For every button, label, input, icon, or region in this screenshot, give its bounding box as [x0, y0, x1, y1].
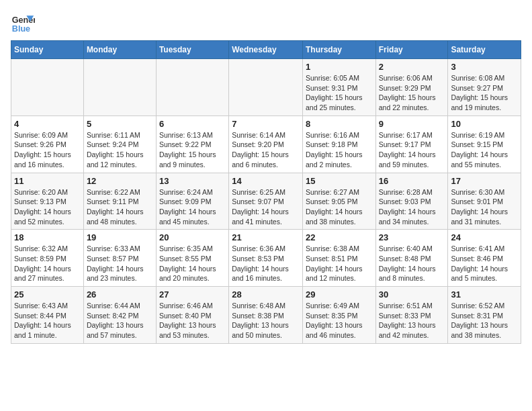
day-info: Sunrise: 6:41 AM Sunset: 8:46 PM Dayligh… — [451, 244, 518, 283]
day-number: 17 — [451, 176, 518, 186]
day-cell: 5Sunrise: 6:11 AM Sunset: 9:24 PM Daylig… — [83, 116, 156, 173]
header-cell-tuesday: Tuesday — [156, 41, 228, 59]
day-number: 8 — [306, 119, 373, 129]
day-cell: 18Sunrise: 6:32 AM Sunset: 8:59 PM Dayli… — [11, 230, 84, 287]
day-number: 21 — [232, 232, 300, 242]
day-number: 22 — [306, 232, 373, 242]
day-number: 12 — [87, 176, 153, 186]
day-cell: 3Sunrise: 6:08 AM Sunset: 9:27 PM Daylig… — [448, 59, 521, 116]
day-number: 31 — [451, 289, 518, 300]
calendar-body: 1Sunrise: 6:05 AM Sunset: 9:31 PM Daylig… — [11, 59, 521, 344]
logo: General Blue — [11, 11, 38, 35]
day-info: Sunrise: 6:28 AM Sunset: 9:03 PM Dayligh… — [379, 187, 445, 227]
day-cell: 19Sunrise: 6:33 AM Sunset: 8:57 PM Dayli… — [83, 230, 156, 287]
day-cell: 20Sunrise: 6:35 AM Sunset: 8:55 PM Dayli… — [156, 230, 228, 287]
page-header: General Blue — [11, 11, 521, 35]
day-cell: 6Sunrise: 6:13 AM Sunset: 9:22 PM Daylig… — [156, 116, 228, 173]
day-number: 16 — [379, 176, 445, 186]
day-number: 28 — [232, 289, 300, 300]
day-cell: 26Sunrise: 6:44 AM Sunset: 8:42 PM Dayli… — [83, 287, 156, 344]
day-number: 7 — [232, 119, 300, 129]
day-info: Sunrise: 6:36 AM Sunset: 8:53 PM Dayligh… — [232, 244, 300, 283]
header-cell-friday: Friday — [375, 41, 448, 59]
day-info: Sunrise: 6:38 AM Sunset: 8:51 PM Dayligh… — [306, 244, 373, 283]
day-cell: 31Sunrise: 6:52 AM Sunset: 8:31 PM Dayli… — [448, 287, 521, 344]
day-cell: 7Sunrise: 6:14 AM Sunset: 9:20 PM Daylig… — [229, 116, 303, 173]
day-info: Sunrise: 6:22 AM Sunset: 9:11 PM Dayligh… — [87, 187, 153, 227]
day-info: Sunrise: 6:16 AM Sunset: 9:18 PM Dayligh… — [306, 130, 373, 170]
day-cell: 25Sunrise: 6:43 AM Sunset: 8:44 PM Dayli… — [11, 287, 84, 344]
day-cell: 24Sunrise: 6:41 AM Sunset: 8:46 PM Dayli… — [448, 230, 521, 287]
day-info: Sunrise: 6:25 AM Sunset: 9:07 PM Dayligh… — [232, 187, 300, 227]
header-cell-sunday: Sunday — [11, 41, 84, 59]
day-number: 20 — [159, 232, 226, 242]
day-cell: 21Sunrise: 6:36 AM Sunset: 8:53 PM Dayli… — [229, 230, 303, 287]
day-number: 9 — [379, 119, 445, 129]
day-info: Sunrise: 6:05 AM Sunset: 9:31 PM Dayligh… — [306, 73, 373, 113]
day-cell: 13Sunrise: 6:24 AM Sunset: 9:09 PM Dayli… — [156, 173, 228, 230]
day-info: Sunrise: 6:19 AM Sunset: 9:15 PM Dayligh… — [451, 130, 518, 170]
day-info: Sunrise: 6:14 AM Sunset: 9:20 PM Dayligh… — [232, 130, 300, 170]
day-info: Sunrise: 6:17 AM Sunset: 9:17 PM Dayligh… — [379, 130, 445, 170]
day-cell — [229, 59, 303, 116]
calendar-header: SundayMondayTuesdayWednesdayThursdayFrid… — [11, 41, 521, 59]
day-cell: 1Sunrise: 6:05 AM Sunset: 9:31 PM Daylig… — [302, 59, 375, 116]
day-cell — [156, 59, 228, 116]
calendar-table: SundayMondayTuesdayWednesdayThursdayFrid… — [11, 40, 521, 344]
day-info: Sunrise: 6:46 AM Sunset: 8:40 PM Dayligh… — [159, 301, 226, 340]
day-info: Sunrise: 6:20 AM Sunset: 9:13 PM Dayligh… — [14, 187, 81, 227]
day-cell: 17Sunrise: 6:30 AM Sunset: 9:01 PM Dayli… — [448, 173, 521, 230]
week-row-4: 18Sunrise: 6:32 AM Sunset: 8:59 PM Dayli… — [11, 230, 521, 287]
day-number: 6 — [159, 119, 226, 129]
week-row-5: 25Sunrise: 6:43 AM Sunset: 8:44 PM Dayli… — [11, 287, 521, 344]
day-info: Sunrise: 6:08 AM Sunset: 9:27 PM Dayligh… — [451, 73, 518, 113]
day-info: Sunrise: 6:30 AM Sunset: 9:01 PM Dayligh… — [451, 187, 518, 227]
day-number: 23 — [379, 232, 445, 242]
day-cell: 23Sunrise: 6:40 AM Sunset: 8:48 PM Dayli… — [375, 230, 448, 287]
header-row: SundayMondayTuesdayWednesdayThursdayFrid… — [11, 41, 521, 59]
header-cell-wednesday: Wednesday — [229, 41, 303, 59]
day-cell: 9Sunrise: 6:17 AM Sunset: 9:17 PM Daylig… — [375, 116, 448, 173]
day-number: 30 — [379, 289, 445, 300]
day-info: Sunrise: 6:33 AM Sunset: 8:57 PM Dayligh… — [87, 244, 153, 283]
day-number: 11 — [14, 176, 81, 186]
day-info: Sunrise: 6:43 AM Sunset: 8:44 PM Dayligh… — [14, 301, 81, 340]
day-cell: 14Sunrise: 6:25 AM Sunset: 9:07 PM Dayli… — [229, 173, 303, 230]
day-info: Sunrise: 6:44 AM Sunset: 8:42 PM Dayligh… — [87, 301, 153, 340]
day-info: Sunrise: 6:51 AM Sunset: 8:33 PM Dayligh… — [379, 301, 445, 340]
day-info: Sunrise: 6:32 AM Sunset: 8:59 PM Dayligh… — [14, 244, 81, 283]
day-number: 25 — [14, 289, 81, 300]
header-cell-thursday: Thursday — [302, 41, 375, 59]
day-cell: 27Sunrise: 6:46 AM Sunset: 8:40 PM Dayli… — [156, 287, 228, 344]
day-number: 13 — [159, 176, 226, 186]
day-cell: 30Sunrise: 6:51 AM Sunset: 8:33 PM Dayli… — [375, 287, 448, 344]
day-cell: 12Sunrise: 6:22 AM Sunset: 9:11 PM Dayli… — [83, 173, 156, 230]
day-cell: 28Sunrise: 6:48 AM Sunset: 8:38 PM Dayli… — [229, 287, 303, 344]
day-info: Sunrise: 6:35 AM Sunset: 8:55 PM Dayligh… — [159, 244, 226, 283]
day-cell: 15Sunrise: 6:27 AM Sunset: 9:05 PM Dayli… — [302, 173, 375, 230]
day-number: 18 — [14, 232, 81, 242]
day-number: 15 — [306, 176, 373, 186]
day-info: Sunrise: 6:49 AM Sunset: 8:35 PM Dayligh… — [306, 301, 373, 340]
day-number: 3 — [451, 62, 518, 72]
day-number: 29 — [306, 289, 373, 300]
day-info: Sunrise: 6:11 AM Sunset: 9:24 PM Dayligh… — [87, 130, 153, 170]
day-info: Sunrise: 6:52 AM Sunset: 8:31 PM Dayligh… — [451, 301, 518, 340]
day-cell — [11, 59, 84, 116]
day-info: Sunrise: 6:24 AM Sunset: 9:09 PM Dayligh… — [159, 187, 226, 227]
week-row-1: 1Sunrise: 6:05 AM Sunset: 9:31 PM Daylig… — [11, 59, 521, 116]
day-number: 10 — [451, 119, 518, 129]
day-info: Sunrise: 6:27 AM Sunset: 9:05 PM Dayligh… — [306, 187, 373, 227]
day-number: 2 — [379, 62, 445, 72]
day-cell: 22Sunrise: 6:38 AM Sunset: 8:51 PM Dayli… — [302, 230, 375, 287]
day-cell — [83, 59, 156, 116]
day-number: 5 — [87, 119, 153, 129]
header-cell-monday: Monday — [83, 41, 156, 59]
day-cell: 4Sunrise: 6:09 AM Sunset: 9:26 PM Daylig… — [11, 116, 84, 173]
day-cell: 29Sunrise: 6:49 AM Sunset: 8:35 PM Dayli… — [302, 287, 375, 344]
day-number: 26 — [87, 289, 153, 300]
day-cell: 16Sunrise: 6:28 AM Sunset: 9:03 PM Dayli… — [375, 173, 448, 230]
day-cell: 8Sunrise: 6:16 AM Sunset: 9:18 PM Daylig… — [302, 116, 375, 173]
day-info: Sunrise: 6:06 AM Sunset: 9:29 PM Dayligh… — [379, 73, 445, 113]
day-info: Sunrise: 6:48 AM Sunset: 8:38 PM Dayligh… — [232, 301, 300, 340]
